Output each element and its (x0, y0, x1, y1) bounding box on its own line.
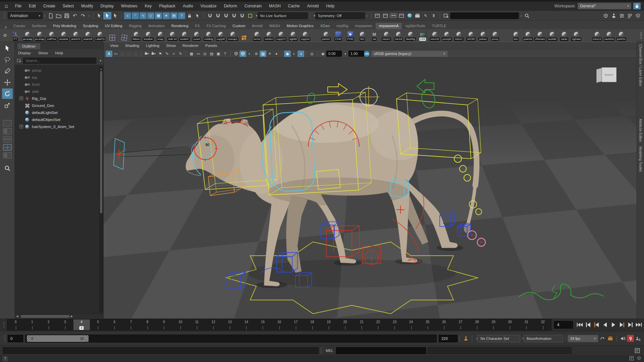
expand-icon[interactable]: + (19, 125, 23, 128)
playback-loop-icon[interactable] (598, 335, 606, 342)
dim-tool-icon[interactable]: ▢ (126, 51, 132, 57)
use-all-lights-icon[interactable]: ✶ (266, 51, 273, 57)
step-back-key-button[interactable] (592, 321, 601, 328)
shelf-item-cvw[interactable]: CVW (332, 29, 344, 41)
wireframe-mode-icon[interactable] (233, 51, 239, 57)
layout-four-pane[interactable] (3, 144, 12, 150)
timeline-ruler[interactable]: 0123445678910111213141516171819202122232… (7, 319, 551, 330)
timeline-frame-13[interactable]: 13 (222, 319, 238, 330)
gamma-icon[interactable]: ◑ (342, 51, 348, 57)
playback-range[interactable]: 0 32 (27, 335, 89, 342)
timeline-frame-23[interactable]: 23 (386, 319, 403, 330)
select-camera-icon[interactable] (144, 51, 150, 57)
step-back-frame-button[interactable] (584, 321, 592, 328)
scroll-thumb[interactable] (100, 71, 102, 213)
shelf-item-cutprox[interactable]: cutProx (46, 29, 58, 41)
shelf-tab-custom[interactable]: Custom (229, 23, 249, 29)
timeline-frame-0[interactable]: 0 (7, 319, 24, 330)
shelf-item-vacinde[interactable]: vacinDe (603, 29, 615, 41)
play-backwards-button[interactable] (601, 321, 609, 328)
ambient-occlusion-icon[interactable]: ◉ (284, 51, 291, 57)
shelf-tab-ngskintools[interactable]: ngSkinTools (402, 23, 428, 29)
timeline-frame-8[interactable]: 8 (139, 319, 156, 330)
go-to-end-button[interactable] (634, 321, 643, 328)
workspace-select[interactable]: General* ▾ (578, 3, 631, 9)
highlight-selection-icon[interactable] (194, 12, 202, 19)
timeline-frame-32[interactable]: 32 (535, 319, 551, 330)
dim-tool-icon[interactable]: ▢ (119, 51, 126, 57)
timeline-frame-28[interactable]: 28 (469, 319, 485, 330)
timeline-frame-25[interactable]: 25 (419, 319, 436, 330)
chevron-down-icon[interactable]: ▾ (256, 14, 258, 17)
shelf-item-rigidw[interactable]: rigidW (287, 29, 299, 41)
shelf-tab-surfaces[interactable]: Surfaces (29, 23, 50, 29)
outliner-item-side[interactable]: side (15, 88, 103, 95)
viewport-menu-view[interactable]: View (107, 44, 121, 48)
viewcube-front-face[interactable]: RIGHT (602, 67, 616, 82)
outliner-item-defaultlightset[interactable]: defaultLightSet (15, 109, 103, 116)
attribute-editor-toggle[interactable] (626, 12, 634, 19)
viewport-menu-panels[interactable]: Panels (202, 44, 220, 48)
motion-blur-icon[interactable]: ◐ (291, 51, 298, 57)
menu-edit[interactable]: Edit (25, 4, 40, 8)
range-start-handle[interactable] (27, 335, 30, 342)
command-input[interactable] (336, 347, 426, 354)
camera-attributes-icon[interactable]: A (106, 51, 112, 57)
shelf-item-animch[interactable]: animCh (70, 29, 82, 41)
dim-tool-icon[interactable]: ▢ (132, 51, 139, 57)
shelf-tab-rigging[interactable]: Rigging (126, 23, 145, 29)
timeline-frame-26[interactable]: 26 (436, 319, 452, 330)
quick-select-input[interactable] (450, 12, 519, 19)
save-scene-button[interactable] (63, 12, 71, 19)
gamut-icon[interactable]: GN (364, 51, 370, 57)
paint-effects-button[interactable]: ✎ (422, 12, 430, 19)
search-icon[interactable] (523, 12, 531, 19)
move-tool[interactable] (2, 77, 13, 87)
shelf-item-pa-snap[interactable]: pa-snap (21, 29, 34, 41)
outliner-tab[interactable]: Outliner (17, 43, 40, 49)
film-gate-icon[interactable]: ▭ (195, 51, 202, 57)
layout-two-pane[interactable] (3, 128, 12, 134)
range-slider-track[interactable]: 0 32 (25, 335, 437, 343)
timeline-grip[interactable] (3, 321, 5, 328)
select-object-button[interactable] (103, 12, 111, 19)
undo-button[interactable]: ↶ (71, 12, 79, 19)
animation-preferences-icon[interactable] (634, 335, 642, 342)
sidebar-tab-modeling-toolkit[interactable]: Modeling Toolkit (639, 146, 643, 172)
shelf-item-polvec[interactable]: polvec (477, 29, 489, 41)
outliner-item-front[interactable]: front (15, 81, 103, 88)
menu-constrain[interactable]: Constrain (241, 4, 265, 8)
select-tool[interactable] (2, 43, 13, 53)
shelf-item-proxy[interactable]: proxy (489, 29, 501, 41)
menu-visualize[interactable]: Visualize (197, 4, 220, 8)
shelf-tab-arnold[interactable]: Arnold (249, 23, 266, 29)
timeline-frame-12[interactable]: 12 (205, 319, 222, 330)
collapse-arrow-icon[interactable]: › (366, 13, 368, 18)
shelf-item-zrenam[interactable]: zRenam (534, 29, 546, 41)
mask-curves-icon[interactable]: ◜ (132, 12, 139, 19)
grease-pencil-icon[interactable]: ✎ (164, 51, 170, 57)
timeline-frame-9[interactable]: 9 (156, 319, 172, 330)
step-forward-frame-button[interactable] (626, 321, 634, 328)
shelf-item-mirorsl[interactable]: mirorSl (429, 29, 441, 41)
shelf-item-rigdata[interactable]: rigData (570, 29, 582, 41)
animation-end-field[interactable]: 220 (439, 335, 458, 342)
shaded-mode-icon[interactable] (239, 51, 246, 57)
shelf-item-ft[interactable]: FT (9, 29, 21, 41)
render-current-frame-button[interactable] (381, 12, 389, 19)
timeline-frame-31[interactable]: 31 (518, 319, 535, 330)
help-icon[interactable]: ? (3, 356, 8, 361)
menu-display[interactable]: Display (97, 4, 117, 8)
shelf-item-copycv[interactable]: copyCV (275, 29, 287, 41)
timeline-frame-29[interactable]: 29 (485, 319, 502, 330)
modeling-toolkit-toggle[interactable] (602, 12, 610, 19)
outliner-menu-show[interactable]: Show (38, 51, 48, 55)
viewport-canvas[interactable]: RIGHT (104, 58, 637, 318)
shelf-scrollbar[interactable]: ▲ ▼ (639, 32, 643, 39)
outliner-hscrollbar[interactable]: ◀ ▶ (15, 314, 103, 318)
outliner-item-rig-grp[interactable]: +Rig_Grp (15, 95, 103, 102)
shelf-menu-icon[interactable]: ≡ (1, 25, 10, 29)
chevron-down-icon[interactable]: ▾ (100, 59, 101, 62)
rig-pink-circles[interactable] (468, 231, 485, 246)
viewcube[interactable]: RIGHT (596, 67, 617, 83)
